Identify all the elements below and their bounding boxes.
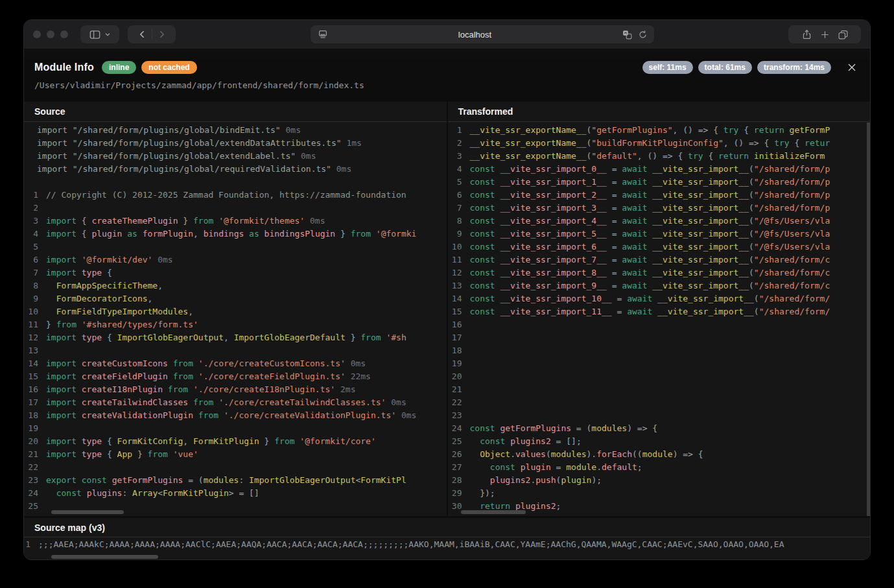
nav-divider <box>152 29 152 40</box>
close-button[interactable] <box>847 62 857 73</box>
code-line: 4import { plugin as formPlugin, bindings… <box>24 229 447 242</box>
window-close-button[interactable] <box>33 30 41 38</box>
share-icon[interactable] <box>801 29 812 40</box>
code-line: 27 const plugin = module.default; <box>448 462 871 475</box>
nav-buttons <box>128 25 176 43</box>
code-line: 9const __vite_ssr_import_5__ = await __v… <box>448 229 871 242</box>
source-code[interactable]: import "/shared/form/plugins/global/bind… <box>24 122 447 512</box>
code-line: 9 FormDecoratorIcons, <box>24 294 447 307</box>
code-line: 24const getFormPlugins = (modules) => { <box>448 423 871 436</box>
code-line: 17 <box>448 333 871 346</box>
code-line: 2 <box>24 203 447 216</box>
code-line: 4const __vite_ssr_import_0__ = await __v… <box>448 164 871 177</box>
sidebar-icon <box>89 29 101 41</box>
code-line: 23export const getFormPlugins = (modules… <box>24 475 447 488</box>
code-line: 10const __vite_ssr_import_6__ = await __… <box>448 242 871 255</box>
code-line: 26 Object.values(modules).forEach((modul… <box>448 449 871 462</box>
transformed-horizontal-scrollbar[interactable] <box>461 510 526 514</box>
file-path: /Users/vladimir/Projects/zammad/app/fron… <box>34 80 857 91</box>
code-line: 13const __vite_ssr_import_9__ = await __… <box>448 281 871 294</box>
not-cached-badge: not cached <box>141 61 196 74</box>
code-line: 15const __vite_ssr_import_11__ = await _… <box>448 307 871 320</box>
chevron-down-icon <box>104 31 111 38</box>
browser-window: localhost <box>23 19 871 560</box>
code-line: 12import type { ImportGlobEagerOutput, I… <box>24 333 447 346</box>
code-line: 22 <box>24 462 447 475</box>
page-title: Module Info <box>34 62 94 73</box>
code-line: 20 <box>448 371 871 384</box>
timing-badges: self: 11mstotal: 61mstransform: 14ms <box>642 61 831 74</box>
transformed-code[interactable]: 1__vite_ssr_exportName__("getFormPlugins… <box>448 122 871 512</box>
code-line: 13 <box>24 346 447 359</box>
code-line: 18 <box>448 346 871 359</box>
code-line: 19 <box>448 359 871 371</box>
code-line: import "/shared/form/plugins/global/requ… <box>24 164 447 177</box>
code-line: 7const __vite_ssr_import_3__ = await __v… <box>448 203 871 216</box>
code-line: import "/shared/form/plugins/global/exte… <box>24 151 447 164</box>
code-line <box>24 177 447 190</box>
url-bar[interactable]: localhost <box>311 25 654 43</box>
sourcemap-horizontal-scrollbar[interactable] <box>51 555 158 559</box>
code-line: 18import createValidationPlugin from './… <box>24 410 447 423</box>
code-line: 5 <box>24 242 447 255</box>
source-pane: Source import "/shared/form/plugins/glob… <box>24 102 447 516</box>
code-line: 22 <box>448 397 871 410</box>
sourcemap-code[interactable]: 1;;;AAEA;AAAkC;AAAA;AAAA;AAAA;AAClC;AAEA… <box>24 537 870 552</box>
reload-icon[interactable] <box>638 30 648 40</box>
code-line: 21 <box>448 384 871 397</box>
code-line: 10 FormFieldTypeImportModules, <box>24 307 447 320</box>
code-line: 2__vite_ssr_exportName__("buildFormKitPl… <box>448 138 871 151</box>
window-minimize-button[interactable] <box>47 30 54 38</box>
transformed-pane-title: Transformed <box>448 102 871 122</box>
code-line: 1// Copyright (C) 2012-2025 Zammad Found… <box>24 190 447 203</box>
code-line: 11const __vite_ssr_import_7__ = await __… <box>448 255 871 268</box>
timing-badge: total: 61ms <box>698 61 752 74</box>
code-line: 1__vite_ssr_exportName__("getFormPlugins… <box>448 125 871 138</box>
code-line: 16 <box>448 320 871 333</box>
code-line: 16import createI18nPlugin from './core/c… <box>24 384 447 397</box>
url-text[interactable]: localhost <box>329 30 622 40</box>
sidebar-toggle-button[interactable] <box>80 25 119 43</box>
code-line: 6const __vite_ssr_import_2__ = await __v… <box>448 190 871 203</box>
code-line: 3import { createThemePlugin } from '@for… <box>24 216 447 229</box>
code-line: 12const __vite_ssr_import_8__ = await __… <box>448 268 871 281</box>
code-line: 7import type { <box>24 268 447 281</box>
sourcemap-pane: Source map (v3) 1;;;AAEA;AAAkC;AAAA;AAAA… <box>24 518 870 560</box>
source-pane-title: Source <box>24 102 447 122</box>
module-badges: inlinenot cached <box>102 61 202 74</box>
page-settings-icon[interactable] <box>317 29 329 40</box>
tab-overview-icon[interactable] <box>838 29 849 40</box>
code-line: 3__vite_ssr_exportName__("default", () =… <box>448 151 871 164</box>
back-button[interactable] <box>137 29 148 40</box>
code-line: import "/shared/form/plugins/global/exte… <box>24 138 447 151</box>
forward-button[interactable] <box>156 29 167 40</box>
timing-badge: self: 11ms <box>642 61 693 74</box>
code-line: 15import createFieldPlugin from './core/… <box>24 371 447 384</box>
translate-icon[interactable] <box>622 29 633 40</box>
code-line: 1;;;AAEA;AAAkC;AAAA;AAAA;AAAA;AAClC;AAEA… <box>24 539 870 552</box>
code-line: 23 <box>448 410 871 423</box>
code-line: 6import '@formkit/dev' 0ms <box>24 255 447 268</box>
code-line: 11} from '#shared/types/form.ts' <box>24 320 447 333</box>
code-line: 14import createCustomIcons from './core/… <box>24 359 447 371</box>
new-tab-icon[interactable] <box>820 30 830 40</box>
inline-badge: inline <box>102 61 136 74</box>
source-horizontal-scrollbar[interactable] <box>51 510 124 514</box>
code-line: 8const __vite_ssr_import_4__ = await __v… <box>448 216 871 229</box>
timing-badge: transform: 14ms <box>757 61 831 74</box>
window-zoom-button[interactable] <box>60 30 68 38</box>
transformed-vertical-scrollbar[interactable] <box>867 123 870 516</box>
code-line: 29 }); <box>448 488 871 501</box>
code-line: 19 <box>24 423 447 436</box>
code-line: 25 const plugins2 = []; <box>448 436 871 449</box>
code-line: 24 const plugins: Array<FormKitPlugin> =… <box>24 488 447 501</box>
sourcemap-pane-title: Source map (v3) <box>24 518 870 537</box>
browser-toolbar: localhost <box>24 20 870 49</box>
code-line: 14const __vite_ssr_import_10__ = await _… <box>448 294 871 307</box>
toolbar-right-buttons <box>788 25 861 43</box>
module-info-header: Module Info inlinenot cached self: 11mst… <box>34 59 857 76</box>
window-controls <box>33 30 68 38</box>
code-line: 20import type { FormKitConfig, FormKitPl… <box>24 436 447 449</box>
code-line: 28 plugins2.push(plugin); <box>448 475 871 488</box>
code-line: import "/shared/form/plugins/global/bind… <box>24 125 447 138</box>
